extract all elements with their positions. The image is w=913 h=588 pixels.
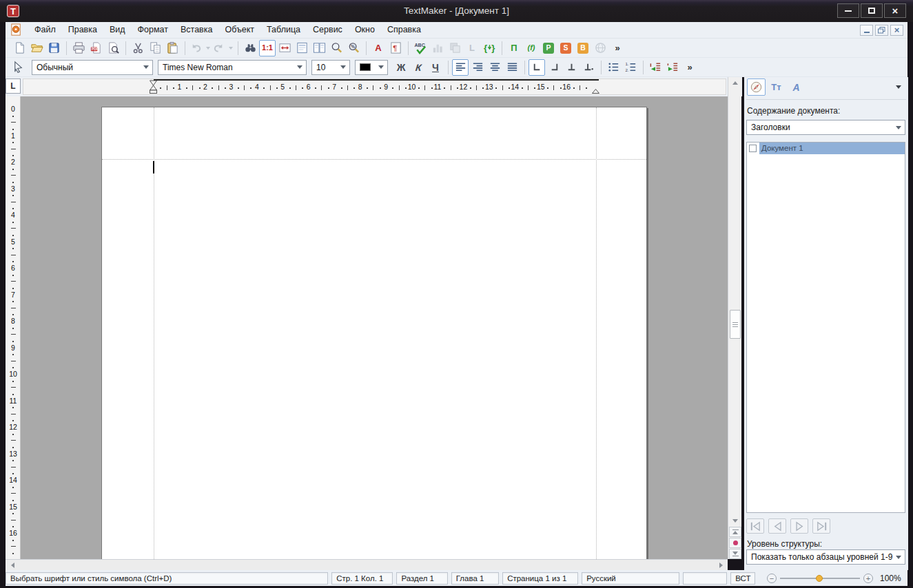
indent-marker[interactable] [149,80,158,95]
menu-item-0[interactable]: Файл [28,22,62,38]
font-size-combo[interactable]: 10 [311,60,350,75]
zoom-actual-button[interactable]: 1:1 [259,40,276,56]
menu-item-5[interactable]: Объект [218,22,260,38]
align-center-button[interactable] [486,59,503,76]
right-indent-marker[interactable] [591,88,600,94]
content-type-combo[interactable]: Заголовки [746,120,905,135]
close-button[interactable]: × [884,3,906,18]
bold-button[interactable]: Ж [393,59,409,76]
increase-indent-button[interactable] [664,59,681,76]
numbered-list-button[interactable]: 1.2. [622,59,639,76]
spellcheck-button[interactable]: ABC [412,40,429,56]
next-page-button[interactable] [729,549,741,559]
tab-right-button[interactable] [546,59,562,76]
scroll-down-button[interactable] [728,515,742,526]
paste-button[interactable] [164,40,181,56]
outline-level-combo[interactable]: Показать только абзацы уровней 1-9 [746,549,905,565]
bullet-list-button[interactable] [605,59,622,76]
menu-item-8[interactable]: Окно [349,22,381,38]
tab-type-selector[interactable]: L [6,78,21,94]
fields-button[interactable]: {} [481,40,497,56]
fit-width-button[interactable] [276,40,293,56]
menu-item-2[interactable]: Вид [103,22,132,38]
basicmaker-button[interactable]: B [575,40,591,56]
tab-decimal-button[interactable] [580,59,597,76]
hruler-number: 16 [560,83,573,91]
vruler-tick [12,553,14,554]
zoom-slider-track[interactable] [780,578,860,579]
maximize-button[interactable] [861,3,883,18]
minimize-button[interactable] [837,3,859,18]
hruler-tick [347,85,348,90]
mdi-restore-button[interactable] [875,25,888,36]
italic-button[interactable]: К [410,59,427,76]
scroll-left-button[interactable] [7,560,18,571]
scroll-right-button[interactable] [715,560,726,571]
menu-item-6[interactable]: Таблица [260,22,307,38]
underline-button[interactable]: Ч [427,59,444,76]
scroll-up-button[interactable] [728,77,742,88]
save-button[interactable] [45,40,62,56]
menu-item-4[interactable]: Вставка [174,22,218,38]
vruler-number: 9 [6,344,21,352]
presentations-button[interactable]: S [557,40,574,56]
overflow-button[interactable]: » [609,40,626,56]
sidebar-tab-font-list[interactable]: Тт [767,78,786,96]
status-insert-mode[interactable]: ВСТ [730,572,755,585]
print-preview-button[interactable] [105,40,121,56]
svg-text:}: } [491,43,495,53]
planmaker-button[interactable]: P [540,40,557,56]
tab-left-button[interactable] [529,59,545,76]
paragraph-style-combo[interactable]: Обычный [32,60,153,75]
formula-button[interactable]: П [506,40,522,56]
align-right-button[interactable] [469,59,486,76]
mdi-minimize-button[interactable] [860,25,873,36]
zoom-in-button[interactable]: + [863,574,873,583]
sidebar-tab-styles[interactable]: А [787,78,806,96]
function-button[interactable]: (f) [523,40,540,56]
undo-dropdown-icon[interactable] [206,47,210,50]
zoom-out-button[interactable]: − [767,574,777,583]
new-document-button[interactable] [11,40,28,56]
menu-item-9[interactable]: Справка [381,22,427,38]
vertical-scroll-thumb[interactable] [730,310,741,339]
menu-item-7[interactable]: Сервис [307,22,349,38]
align-justify-button[interactable] [504,59,520,76]
find-button[interactable] [242,40,258,56]
zoom-level-button[interactable]: % [345,40,362,56]
two-page-view-button[interactable] [311,40,327,56]
sidebar-tab-navigator[interactable] [747,78,766,96]
menu-item-1[interactable]: Правка [62,22,103,38]
vertical-scrollbar[interactable] [728,77,741,559]
tree-item-checkbox[interactable] [749,145,757,152]
redo-dropdown-icon[interactable] [229,47,233,50]
overflow-button[interactable]: » [681,59,698,76]
magnifier-button[interactable] [328,40,345,56]
copy-button[interactable] [147,40,163,56]
font-color-combo[interactable] [355,60,388,75]
open-button[interactable] [28,40,45,56]
horizontal-scrollbar[interactable] [6,559,728,570]
cut-button[interactable] [130,40,146,56]
vruler-tick [12,341,14,342]
sidebar-menu-button[interactable] [896,85,901,89]
character-button[interactable]: A [370,40,387,56]
document-page[interactable] [101,107,647,559]
zoom-slider-knob[interactable] [816,575,823,582]
svg-text:%: % [351,44,355,49]
decrease-indent-button[interactable] [647,59,664,76]
mdi-close-button[interactable]: × [890,25,903,36]
outline-tree-item[interactable]: Документ 1 [747,143,905,154]
font-name-value: Times New Roman [163,63,233,72]
print-button[interactable] [70,40,87,56]
paragraph-marks-button[interactable]: ¶ [387,40,404,56]
tab-center-button[interactable] [563,59,579,76]
select-browse-object-button[interactable] [729,538,741,548]
export-pdf-button[interactable]: PDF [88,40,104,56]
menu-item-3[interactable]: Формат [132,22,174,38]
font-name-combo[interactable]: Times New Roman [158,60,307,75]
object-mode-button[interactable] [10,59,26,76]
page-view-button[interactable] [294,40,310,56]
previous-page-button[interactable] [729,527,741,537]
align-left-button[interactable] [452,59,469,76]
